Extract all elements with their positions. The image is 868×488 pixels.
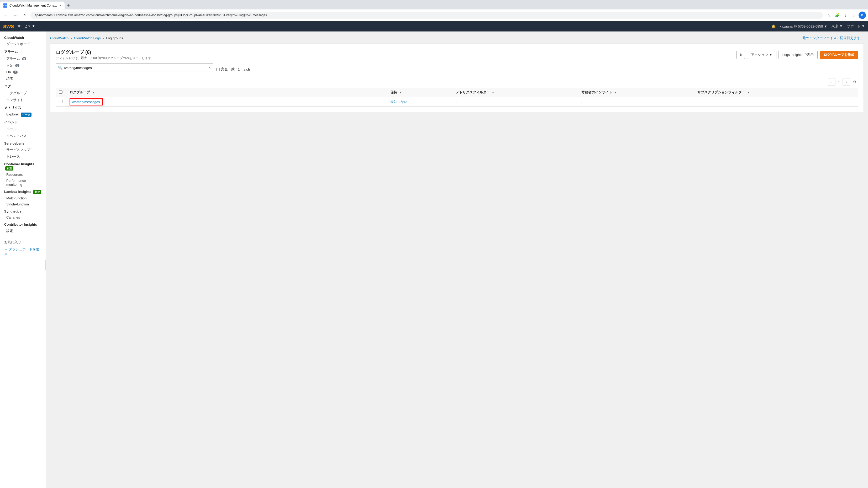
loggroup-sort-icon[interactable]: ▲ bbox=[92, 91, 95, 94]
active-tab[interactable]: CW CloudWatch Management Cons… × bbox=[0, 2, 65, 9]
column-header-loggroup[interactable]: ロググループ ▲ bbox=[66, 88, 387, 97]
switch-interface-link[interactable]: 元のインターフェイスに切り替えます。 bbox=[802, 36, 864, 40]
sidebar-divider bbox=[0, 236, 46, 236]
search-row: 🔍 × 完全一致 1 match bbox=[56, 64, 858, 75]
logs-insights-button[interactable]: Logs Insights で表示 bbox=[778, 51, 817, 59]
add-dashboard-button[interactable]: ＋ ダッシュボードを追加 bbox=[0, 246, 46, 258]
column-header-contributor-insights[interactable]: 寄稿者のインサイト ▼ bbox=[578, 88, 694, 97]
notification-bell[interactable]: 🔔 bbox=[771, 24, 776, 28]
back-button[interactable]: ← bbox=[2, 11, 9, 19]
breadcrumb-sep-2: › bbox=[103, 36, 104, 40]
subscription-filter-icon[interactable]: ▼ bbox=[747, 91, 750, 94]
settings-icon[interactable]: ⋮ bbox=[842, 11, 849, 19]
panel-actions: ↻ アクション ▼ Logs Insights で表示 ロググループを作成 bbox=[737, 51, 858, 59]
panel-header: ロググループ (6) デフォルトでは、最大 10000 個のロググループのみをロ… bbox=[56, 49, 858, 60]
create-log-group-button[interactable]: ロググループを作成 bbox=[820, 51, 858, 59]
sidebar-item-resources[interactable]: Resources bbox=[0, 171, 46, 177]
topnav-right: 🔔 kazaana @ 5769-5092-0858 ▼ 東京 ▼ サポート ▼ bbox=[771, 24, 865, 29]
tab-bar: CW CloudWatch Management Cons… × + bbox=[0, 0, 868, 9]
content-panel: ロググループ (6) デフォルトでは、最大 10000 個のロググループのみをロ… bbox=[50, 43, 864, 112]
support-menu[interactable]: サポート ▼ bbox=[847, 24, 865, 29]
panel-title: ロググループ (6) bbox=[56, 49, 154, 55]
sidebar-item-billing[interactable]: 請求 bbox=[0, 75, 46, 82]
bookmark-icon[interactable]: ☆ bbox=[825, 11, 832, 19]
sidebar-item-ok[interactable]: OK 0 bbox=[0, 69, 46, 75]
next-page-button[interactable]: › bbox=[842, 78, 850, 86]
retention-filter-icon[interactable]: ▼ bbox=[399, 91, 402, 94]
aws-logo: aws bbox=[3, 23, 14, 30]
loggroup-link[interactable]: /var/log/messages bbox=[69, 98, 103, 105]
column-header-retention[interactable]: 保持 ▼ bbox=[387, 88, 452, 97]
browser-icons: ☆ 🧩 ⋮ ⋮ h bbox=[825, 11, 866, 19]
sidebar-item-single-function[interactable]: Single-function bbox=[0, 201, 46, 207]
contributor-insights-filter-icon[interactable]: ▼ bbox=[614, 91, 617, 94]
sidebar-item-insufficient[interactable]: 不足 0 bbox=[0, 62, 46, 69]
sidebar-item-canaries[interactable]: Canaries bbox=[0, 214, 46, 220]
sidebar-item-performance[interactable]: Performance monitoring bbox=[0, 177, 46, 188]
sidebar-item-alarms[interactable]: アラーム 0 bbox=[0, 55, 46, 62]
profile-avatar[interactable]: h bbox=[859, 11, 866, 19]
breadcrumb-cloudwatch-logs[interactable]: CloudWatch Logs bbox=[74, 36, 101, 40]
sidebar-toggle-button[interactable]: ‹ bbox=[44, 260, 46, 270]
more-icon[interactable]: ⋮ bbox=[850, 11, 858, 19]
exact-match-label: 完全一致 bbox=[221, 67, 235, 72]
forward-button[interactable]: → bbox=[11, 11, 19, 19]
search-bar: 🔍 × bbox=[56, 64, 213, 72]
extension-icon[interactable]: 🧩 bbox=[833, 11, 841, 19]
pagination-settings-icon[interactable]: ⚙ bbox=[851, 78, 858, 86]
sidebar-heading-synthetics[interactable]: Synthetics bbox=[0, 207, 46, 214]
panel-subtitle: デフォルトでは、最大 10000 個のロググループのみをロードします。 bbox=[56, 56, 154, 60]
metric-filter-icon[interactable]: ▼ bbox=[492, 91, 494, 94]
sidebar-item-log-groups[interactable]: ロググループ bbox=[0, 90, 46, 97]
exact-match-checkbox-label[interactable]: 完全一致 bbox=[216, 67, 235, 72]
pagination: ‹ 1 › ⚙ bbox=[56, 78, 858, 86]
row-check-cell[interactable] bbox=[56, 97, 66, 106]
table-header-row: ロググループ ▲ 保持 ▼ メトリクスフィルター ▼ bbox=[56, 88, 858, 97]
sidebar-heading-container-insights[interactable]: Container Insights 新規 bbox=[0, 160, 46, 171]
sidebar-heading-events[interactable]: イベント bbox=[0, 118, 46, 126]
row-checkbox[interactable] bbox=[59, 100, 62, 103]
main-content: CloudWatch › CloudWatch Logs › Log group… bbox=[46, 31, 868, 488]
breadcrumb-current: Log groups bbox=[106, 36, 123, 40]
sidebar-item-multi-function[interactable]: Multi-function bbox=[0, 195, 46, 201]
services-menu-button[interactable]: サービス ▼ bbox=[17, 24, 35, 29]
beta-badge: ベータ bbox=[21, 112, 31, 117]
new-tab-button[interactable]: + bbox=[65, 2, 72, 9]
url-input[interactable] bbox=[30, 12, 823, 19]
exact-match-checkbox[interactable] bbox=[216, 68, 220, 71]
sidebar-heading-lambda-insights[interactable]: Lambda Insights 新規 bbox=[0, 188, 46, 195]
search-input[interactable] bbox=[64, 66, 207, 70]
row-loggroup-cell[interactable]: /var/log/messages bbox=[66, 97, 387, 106]
sidebar-item-event-bus[interactable]: イベントバス bbox=[0, 132, 46, 139]
refresh-button[interactable]: ↻ bbox=[737, 51, 745, 59]
panel-title-area: ロググループ (6) デフォルトでは、最大 10000 個のロググループのみをロ… bbox=[56, 49, 154, 60]
search-clear-button[interactable]: × bbox=[208, 65, 211, 70]
sidebar-item-insights[interactable]: インサイト bbox=[0, 97, 46, 103]
region-selector[interactable]: 東京 ▼ bbox=[832, 24, 842, 29]
sidebar-item-settings[interactable]: 設定 bbox=[0, 227, 46, 234]
sidebar-item-cloudwatch[interactable]: CloudWatch bbox=[0, 34, 46, 41]
select-all-checkbox[interactable] bbox=[59, 90, 62, 94]
actions-menu-button[interactable]: アクション ▼ bbox=[747, 51, 776, 59]
sidebar-item-traces[interactable]: トレース bbox=[0, 153, 46, 160]
browser-chrome: CW CloudWatch Management Cons… × + ← → ↻… bbox=[0, 0, 868, 21]
log-groups-table: ロググループ ▲ 保持 ▼ メトリクスフィルター ▼ bbox=[56, 88, 858, 107]
breadcrumb: CloudWatch › CloudWatch Logs › Log group… bbox=[50, 36, 864, 40]
user-account[interactable]: kazaana @ 5769-5092-0858 ▼ bbox=[780, 24, 827, 28]
sidebar-heading-servicelens[interactable]: ServiceLens bbox=[0, 139, 46, 147]
sidebar-item-explorer[interactable]: Explorer ベータ bbox=[0, 111, 46, 118]
sidebar-heading-alarms[interactable]: アラーム bbox=[0, 47, 46, 55]
sidebar-heading-logs[interactable]: ログ bbox=[0, 82, 46, 90]
prev-page-button[interactable]: ‹ bbox=[828, 78, 835, 86]
sidebar-item-dashboard[interactable]: ダッシュボード bbox=[0, 41, 46, 47]
favorites-heading: お気に入り bbox=[0, 238, 46, 246]
breadcrumb-cloudwatch[interactable]: CloudWatch bbox=[50, 36, 68, 40]
refresh-button[interactable]: ↻ bbox=[21, 11, 28, 19]
sidebar-item-service-map[interactable]: サービスマップ bbox=[0, 147, 46, 153]
sidebar-item-rules[interactable]: ルール bbox=[0, 126, 46, 132]
sidebar-heading-metrics[interactable]: メトリクス bbox=[0, 103, 46, 111]
sidebar-item-contributor-insights[interactable]: Contributor Insights bbox=[0, 220, 46, 227]
column-header-subscription-filter[interactable]: サブスクリプションフィルター ▼ bbox=[694, 88, 858, 97]
column-header-metric-filter[interactable]: メトリクスフィルター ▼ bbox=[453, 88, 578, 97]
tab-close-button[interactable]: × bbox=[59, 3, 61, 8]
